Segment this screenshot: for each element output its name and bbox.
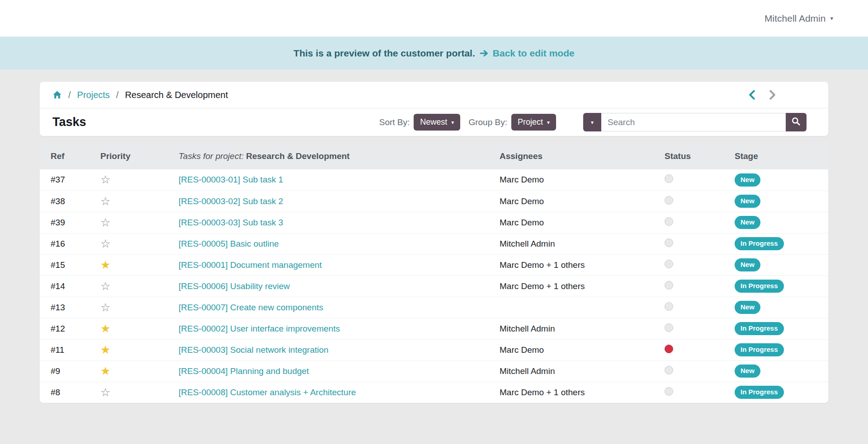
task-priority-cell: ☆ — [90, 382, 168, 403]
status-circle — [665, 302, 673, 311]
table-row: #11 ★ [RES-00003] Social network integra… — [40, 339, 828, 360]
task-link[interactable]: [RES-00004] Planning and budget — [179, 366, 309, 376]
task-priority-cell: ☆ — [90, 297, 168, 318]
task-assignees — [489, 297, 654, 318]
sort-by-label: Sort By: — [379, 117, 410, 127]
pager — [749, 90, 776, 100]
table-row: #38 ☆ [RES-00003-02] Sub task 2 Marc Dem… — [40, 191, 828, 212]
user-menu-dropdown[interactable]: Mitchell Admin ▾ — [764, 13, 833, 24]
status-circle — [665, 323, 673, 332]
task-status-cell — [654, 191, 724, 212]
task-title-cell: [RES-00005] Basic outline — [168, 233, 489, 254]
stage-badge: New — [735, 173, 760, 187]
stage-badge: New — [735, 216, 760, 229]
task-status-cell — [654, 382, 724, 403]
status-circle — [665, 238, 673, 247]
search-icon — [791, 117, 801, 128]
pager-next-button[interactable] — [769, 90, 776, 100]
sort-by-dropdown[interactable]: Newest ▾ — [414, 114, 460, 131]
priority-star-icon: ☆ — [100, 173, 110, 186]
breadcrumb-projects-link[interactable]: Projects — [77, 90, 110, 100]
task-priority-cell: ☆ — [90, 276, 168, 297]
task-link[interactable]: [RES-00001] Document management — [179, 260, 322, 270]
task-priority-cell: ☆ — [90, 191, 168, 212]
task-title-cell: [RES-00008] Customer analysis + Architec… — [168, 382, 489, 403]
back-to-edit-link[interactable]: Back to edit mode — [493, 48, 575, 59]
priority-star-icon: ★ — [100, 322, 110, 335]
search-input[interactable] — [601, 113, 786, 131]
task-stage-cell: New — [724, 297, 828, 318]
group-by-label: Group By: — [468, 117, 507, 127]
task-stage-cell: New — [724, 169, 828, 191]
portal-page: / Projects / Research & Development Task… — [0, 70, 868, 403]
column-header-stage: Stage — [724, 143, 828, 169]
task-title-cell: [RES-00007] Create new components — [168, 297, 489, 318]
task-link[interactable]: [RES-00003-01] Sub task 1 — [179, 175, 283, 184]
status-circle — [665, 281, 673, 290]
task-ref: #12 — [40, 318, 90, 339]
task-status-cell — [654, 360, 724, 382]
task-ref: #8 — [40, 382, 90, 403]
arrow-right-icon — [480, 50, 490, 57]
stage-badge: In Progress — [735, 343, 784, 356]
task-assignees: Marc Demo — [489, 212, 654, 233]
status-circle — [665, 387, 673, 396]
task-title-cell: [RES-00002] User interface improvements — [168, 318, 489, 339]
home-icon[interactable] — [52, 90, 62, 99]
group-by-dropdown[interactable]: Project ▾ — [511, 114, 556, 131]
task-link[interactable]: [RES-00006] Usability review — [179, 281, 290, 291]
search-button[interactable] — [786, 113, 807, 131]
task-ref: #38 — [40, 191, 90, 212]
task-ref: #13 — [40, 297, 90, 318]
task-assignees: Mitchell Admin — [489, 360, 654, 382]
task-priority-cell: ☆ — [90, 233, 168, 254]
task-link[interactable]: [RES-00003-02] Sub task 2 — [179, 196, 283, 206]
task-title-cell: [RES-00006] Usability review — [168, 276, 489, 297]
table-row: #13 ☆ [RES-00007] Create new components … — [40, 297, 828, 318]
topbar: Mitchell Admin ▾ — [0, 0, 868, 37]
task-link[interactable]: [RES-00007] Create new components — [179, 303, 323, 312]
task-priority-cell: ☆ — [90, 169, 168, 191]
breadcrumb-current: Research & Development — [125, 90, 228, 100]
task-link[interactable]: [RES-00005] Basic outline — [179, 239, 279, 248]
status-circle — [665, 196, 673, 205]
priority-star-icon: ☆ — [100, 237, 110, 250]
chevron-down-icon: ▾ — [451, 119, 454, 126]
task-title-cell: [RES-00003-02] Sub task 2 — [168, 191, 489, 212]
task-ref: #16 — [40, 233, 90, 254]
task-priority-cell: ★ — [90, 339, 168, 360]
task-title-cell: [RES-00004] Planning and budget — [168, 360, 489, 382]
priority-star-icon: ☆ — [100, 301, 110, 313]
priority-star-icon: ★ — [100, 258, 110, 271]
task-title-cell: [RES-00003] Social network integration — [168, 339, 489, 360]
task-ref: #14 — [40, 276, 90, 297]
breadcrumb-separator: / — [116, 90, 119, 100]
task-ref: #11 — [40, 339, 90, 360]
priority-star-icon: ☆ — [100, 195, 110, 207]
search-filter-dropdown[interactable]: ▾ — [583, 113, 601, 131]
task-assignees: Mitchell Admin — [489, 233, 654, 254]
breadcrumb: / Projects / Research & Development — [52, 90, 228, 100]
user-name: Mitchell Admin — [764, 13, 826, 24]
table-row: #12 ★ [RES-00002] User interface improve… — [40, 318, 828, 339]
column-header-assignees: Assignees — [489, 143, 654, 169]
status-circle — [665, 260, 673, 268]
task-assignees: Mitchell Admin — [489, 318, 654, 339]
task-priority-cell: ☆ — [90, 212, 168, 233]
task-status-cell — [654, 169, 724, 191]
task-link[interactable]: [RES-00003-03] Sub task 3 — [179, 218, 283, 227]
breadcrumb-separator: / — [68, 90, 71, 100]
task-stage-cell: New — [724, 254, 828, 276]
status-circle — [665, 217, 673, 226]
stage-badge: New — [735, 195, 760, 208]
table-row: #14 ☆ [RES-00006] Usability review Marc … — [40, 276, 828, 297]
table-header-row: Ref Priority Tasks for project: Research… — [40, 143, 828, 169]
task-link[interactable]: [RES-00008] Customer analysis + Architec… — [179, 388, 356, 397]
task-ref: #37 — [40, 169, 90, 191]
task-link[interactable]: [RES-00002] User interface improvements — [179, 324, 340, 333]
stage-badge: New — [735, 258, 760, 271]
tasks-table-card: Ref Priority Tasks for project: Research… — [40, 143, 828, 403]
pager-prev-button[interactable] — [749, 90, 755, 100]
task-ref: #9 — [40, 360, 90, 382]
task-link[interactable]: [RES-00003] Social network integration — [179, 345, 329, 355]
